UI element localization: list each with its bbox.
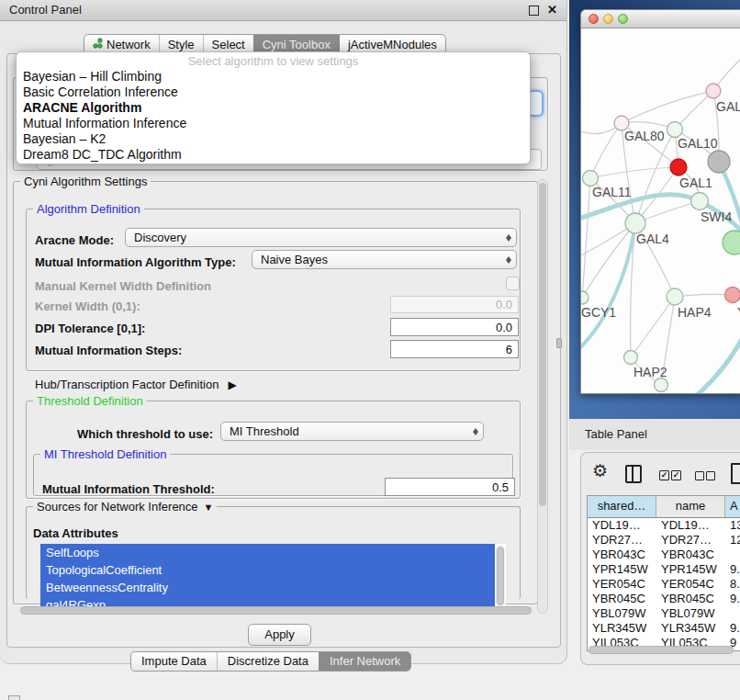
settings-group-title: Cyni Algorithm Settings (20, 175, 151, 188)
table-cell: YER054C (656, 577, 725, 592)
network-edge[interactable] (633, 327, 740, 393)
network-edge[interactable] (635, 130, 675, 223)
table-cell: YBR045C (656, 592, 725, 606)
network-node[interactable] (725, 288, 740, 303)
algorithm-option[interactable]: Mutual Information Inference (17, 116, 530, 131)
network-node[interactable] (581, 291, 589, 304)
unselect-all-icon[interactable] (695, 471, 704, 480)
table-row[interactable]: YLR345WYLR345W9. (588, 621, 740, 636)
network-node[interactable] (624, 351, 638, 365)
columns-icon[interactable] (625, 465, 642, 483)
network-node-label: GAL7 (716, 99, 740, 114)
table-cell: YER054C (588, 577, 656, 592)
network-node[interactable] (625, 213, 645, 233)
algorithm-option[interactable]: Bayesian – K2 (17, 131, 530, 147)
apply-button[interactable]: Apply (248, 624, 311, 646)
window-minimize-icon[interactable] (603, 14, 613, 24)
which-threshold-combobox[interactable]: MI Threshold (220, 422, 484, 441)
network-node[interactable] (691, 193, 709, 210)
mi-algorithm-type-combobox[interactable]: Naive Bayes (252, 250, 517, 269)
network-edge[interactable] (581, 223, 635, 352)
column-header-name[interactable]: name (656, 496, 725, 517)
network-node[interactable] (706, 84, 721, 98)
table-row[interactable]: YER054CYER054C8. (588, 577, 740, 592)
mi-steps-field[interactable]: 6 (390, 340, 519, 358)
network-node[interactable] (667, 122, 683, 138)
table-row[interactable]: YPR145WYPR145W9. (588, 562, 740, 577)
float-window-icon[interactable] (529, 6, 539, 16)
network-node[interactable] (655, 378, 668, 392)
network-node-label: GAL11 (592, 185, 632, 199)
network-node-label: SWI4 (701, 209, 732, 224)
algorithm-option[interactable]: ARACNE Algorithm (17, 100, 530, 116)
table-cell: 9. (725, 562, 740, 577)
table-panel-title: Table Panel (585, 419, 647, 450)
list-scrollbar[interactable] (496, 546, 505, 610)
list-scrollbar-thumb[interactable] (497, 547, 504, 605)
table-row[interactable]: YBL079WYBL079W (588, 606, 740, 621)
network-node[interactable] (667, 288, 683, 305)
select-all-checked-icon[interactable]: ✓ (659, 470, 669, 480)
tab-infer-network[interactable]: Infer Network (319, 652, 410, 671)
minimized-panel-icon[interactable] (8, 695, 20, 700)
network-node[interactable] (708, 151, 730, 173)
network-edge[interactable] (622, 91, 713, 123)
attribute-item[interactable]: BetweennessCentrality (40, 579, 495, 596)
select-all-checked-icon[interactable]: ✓ (671, 470, 681, 480)
window-close-icon[interactable] (589, 14, 599, 24)
document-icon[interactable] (731, 463, 740, 484)
table-horizontal-scrollbar[interactable] (589, 646, 734, 654)
gear-icon[interactable]: ⚙ (592, 460, 608, 481)
algorithm-option[interactable]: Bayesian – Hill Climbing (17, 69, 530, 85)
table-row[interactable]: YBR043CYBR043C (588, 548, 740, 562)
network-node[interactable] (583, 171, 599, 186)
settings-scrollbar-thumb[interactable] (539, 183, 546, 506)
table-cell: YDL19… (588, 518, 656, 533)
column-header-shared-name[interactable]: shared… (588, 496, 656, 517)
tab-impute-data[interactable]: Impute Data (131, 652, 217, 671)
column-header-partial[interactable]: A (725, 496, 740, 517)
attribute-item[interactable]: SelfLoops (40, 544, 495, 561)
manual-kernel-width-label: Manual Kernel Width Definition (35, 278, 211, 294)
table-row[interactable]: YDL19…YDL19…13 (588, 518, 740, 533)
unselect-all-icon[interactable] (706, 471, 715, 480)
settings-vertical-scrollbar[interactable] (537, 179, 548, 614)
network-edge[interactable] (717, 54, 740, 85)
control-panel-title: Control Panel (9, 0, 82, 20)
cyni-bottom-tabs: Impute Data Discretize Data Infer Networ… (130, 651, 411, 672)
network-edge[interactable] (582, 178, 590, 298)
kernel-width-label: Kernel Width (0,1): (35, 299, 140, 314)
tab-discretize-data[interactable]: Discretize Data (217, 652, 319, 671)
close-icon[interactable]: ✕ (547, 3, 557, 17)
sources-group-title[interactable]: Sources for Network Inference▼ (33, 500, 217, 514)
network-view-window[interactable]: GAL7GAL80GAL10GAL1GAL11SWI4GAL4GCY1HAP4Y… (580, 9, 740, 394)
network-edge[interactable] (590, 167, 678, 178)
table-cell: YBL079W (588, 606, 656, 621)
table-cell: YLR345W (656, 621, 725, 636)
data-attributes-list[interactable]: SelfLoopsTopologicalCoefficientBetweenne… (40, 544, 506, 614)
algorithm-option[interactable]: Basic Correlation Inference (17, 85, 530, 100)
mi-threshold-field[interactable]: 0.5 (385, 478, 515, 496)
aracne-mode-combobox[interactable]: Discovery (125, 228, 517, 247)
algorithm-definition-title: Algorithm Definition (33, 202, 144, 216)
dpi-tolerance-field[interactable]: 0.0 (390, 318, 519, 336)
window-zoom-icon[interactable] (618, 14, 628, 24)
table-row[interactable]: YBR045CYBR045C9. (588, 592, 740, 606)
table-cell: YLR345W (588, 621, 656, 636)
network-node-label: HAP4 (678, 305, 712, 320)
network-canvas[interactable]: GAL7GAL80GAL10GAL1GAL11SWI4GAL4GCY1HAP4Y… (581, 28, 740, 393)
table-body: YDL19…YDL19…13YDR27…YDR27…12YBR043CYBR04… (588, 518, 740, 650)
attribute-item[interactable]: TopologicalCoefficient (40, 561, 495, 579)
algorithm-option[interactable]: Dream8 DC_TDC Algorithm (17, 147, 530, 163)
network-edge[interactable] (590, 123, 622, 178)
network-node[interactable] (723, 231, 740, 254)
kernel-width-field[interactable]: 0.0 (390, 296, 519, 313)
manual-kernel-width-checkbox[interactable] (506, 277, 520, 290)
settings-horizontal-scrollbar[interactable] (20, 606, 532, 615)
network-edge[interactable] (631, 297, 675, 357)
hub-definition-expander[interactable]: Hub/Transcription Factor Definition▶ (35, 377, 237, 393)
table-row[interactable]: YDR27…YDR27…12 (588, 533, 740, 548)
panel-splitter-grip[interactable] (556, 338, 562, 348)
network-window-titlebar[interactable] (581, 10, 740, 28)
network-node[interactable] (670, 159, 687, 175)
